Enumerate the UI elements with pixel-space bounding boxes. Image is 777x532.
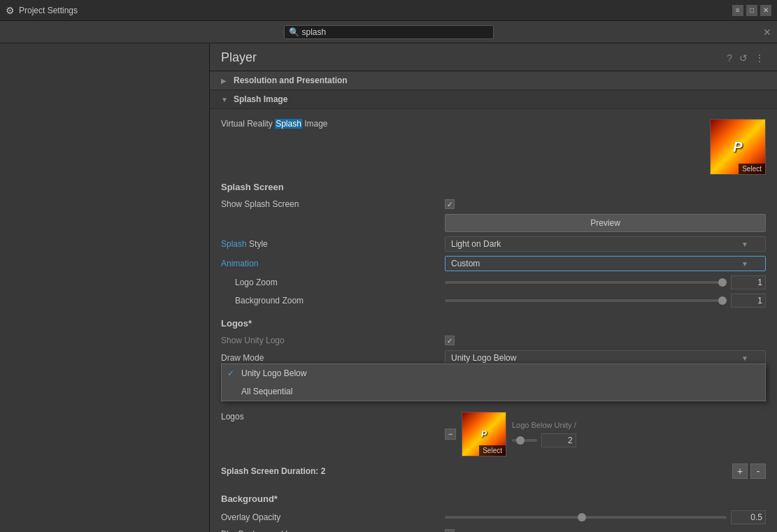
overlay-opacity-slider-row bbox=[445, 510, 766, 524]
splash-duration-row: Splash Screen Duration: 2 + - bbox=[221, 461, 766, 481]
search-input-wrapper: 🔍 bbox=[284, 25, 494, 39]
logos-row: Logos − P Select Logo Below Unity / bbox=[221, 410, 766, 459]
menu-button[interactable]: ≡ bbox=[732, 5, 743, 16]
vr-label-text2: Image bbox=[302, 119, 328, 129]
logos-title: Logos* bbox=[221, 315, 766, 333]
draw-mode-label: Draw Mode bbox=[221, 353, 445, 363]
maximize-button[interactable]: □ bbox=[746, 5, 757, 16]
close-button[interactable]: ✕ bbox=[760, 5, 771, 16]
blur-bg-checkbox[interactable] bbox=[445, 529, 455, 532]
logo-duration-container: Logo Below Unity / bbox=[512, 421, 576, 447]
page-title: Player bbox=[221, 50, 257, 65]
logos-section: Logos* Show Unity Logo Draw Mode Unity L… bbox=[210, 315, 777, 487]
dropdown-item-unity-logo-below-label: Unity Logo Below bbox=[241, 368, 306, 378]
add-logo-button[interactable]: + bbox=[732, 463, 748, 479]
splash-style-row: Splash Style Light on Dark ▼ bbox=[221, 234, 766, 254]
logos-label: Logos bbox=[221, 412, 445, 422]
vr-label-text1: Virtual Reality bbox=[221, 119, 275, 129]
logo-below-text: Logo Below Unity / bbox=[512, 421, 576, 429]
draw-mode-dropdown-menu: Unity Logo Below All Sequential bbox=[221, 364, 766, 401]
background-zoom-row: Background Zoom bbox=[221, 292, 766, 310]
search-input[interactable] bbox=[302, 27, 489, 37]
overlay-opacity-value bbox=[445, 510, 766, 524]
overlay-opacity-thumb[interactable] bbox=[578, 513, 586, 522]
background-zoom-thumb[interactable] bbox=[718, 296, 727, 305]
dropdown-item-unity-logo-below[interactable]: Unity Logo Below bbox=[222, 364, 765, 382]
animation-value: Custom ▼ bbox=[445, 256, 766, 271]
vr-splash-row: Virtual Reality Splash Image P Select bbox=[221, 115, 766, 179]
background-zoom-input[interactable] bbox=[731, 294, 766, 308]
background-section: Background* Overlay Opacity Blur Backgro… bbox=[210, 487, 777, 532]
more-button[interactable]: ⋮ bbox=[753, 51, 766, 65]
animation-label: Animation bbox=[221, 259, 445, 268]
splash-duration-controls: + - bbox=[445, 463, 766, 479]
blur-bg-value bbox=[445, 529, 766, 532]
animation-arrow-icon: ▼ bbox=[741, 260, 748, 268]
search-bar: 🔍 ✕ bbox=[0, 21, 777, 43]
logo-zoom-row: Logo Zoom bbox=[221, 273, 766, 292]
draw-mode-selected: Unity Logo Below bbox=[451, 353, 516, 363]
logo-zoom-thumb[interactable] bbox=[718, 278, 727, 287]
background-title: Background* bbox=[221, 491, 766, 508]
search-close-icon[interactable]: ✕ bbox=[763, 27, 771, 38]
overlay-opacity-label: Overlay Opacity bbox=[221, 512, 445, 522]
overlay-opacity-track bbox=[445, 516, 727, 519]
blur-bg-label: Blur Background Image bbox=[221, 529, 445, 532]
refresh-button[interactable]: ↺ bbox=[738, 51, 749, 65]
splash-style-selected: Light on Dark bbox=[451, 239, 501, 249]
window-title: Project Settings bbox=[19, 6, 728, 15]
logo-zoom-label: Logo Zoom bbox=[221, 278, 445, 287]
logo-duration-input[interactable] bbox=[541, 433, 576, 447]
dropdown-item-all-sequential[interactable]: All Sequential bbox=[222, 382, 765, 401]
draw-mode-row: Draw Mode Unity Logo Below ▼ Unity Logo … bbox=[221, 348, 766, 368]
overlay-opacity-row: Overlay Opacity bbox=[221, 508, 766, 526]
splash-image-section-title: Splash Image bbox=[234, 94, 287, 104]
show-unity-logo-label: Show Unity Logo bbox=[221, 336, 445, 345]
show-unity-logo-checkbox[interactable] bbox=[445, 336, 455, 345]
vr-splash-select-label[interactable]: Select bbox=[739, 164, 765, 174]
remove-logo-button[interactable]: - bbox=[750, 463, 766, 479]
logo-zoom-track bbox=[445, 281, 727, 284]
logo-duration-track bbox=[512, 439, 537, 442]
logo-remove-button[interactable]: − bbox=[445, 429, 456, 440]
splash-image-content: Virtual Reality Splash Image P Select Sp… bbox=[210, 109, 777, 315]
help-button[interactable]: ? bbox=[725, 51, 734, 65]
show-splash-checkbox[interactable] bbox=[445, 199, 455, 209]
window-controls: ≡ □ ✕ bbox=[732, 5, 771, 16]
vr-splash-highlight: Splash bbox=[275, 119, 302, 129]
dropdown-item-all-sequential-label: All Sequential bbox=[241, 387, 292, 396]
main-content: Player ? ↺ ⋮ ▶ Resolution and Presentati… bbox=[210, 43, 777, 532]
logo-duration-label: Logo Below Unity / bbox=[512, 421, 576, 429]
vr-splash-image-select[interactable]: P Select bbox=[710, 119, 766, 175]
show-splash-row: Show Splash Screen bbox=[221, 196, 766, 212]
background-zoom-label: Background Zoom bbox=[221, 296, 445, 305]
logo-duration-slider-row bbox=[512, 433, 576, 447]
logo-zoom-input[interactable] bbox=[731, 275, 766, 289]
splash-style-label: Splash Style bbox=[221, 239, 445, 249]
show-unity-logo-row: Show Unity Logo bbox=[221, 333, 766, 348]
animation-row: Animation Custom ▼ bbox=[221, 254, 766, 273]
settings-icon: ⚙ bbox=[6, 5, 15, 16]
logos-inner-row: − P Select Logo Below Unity / bbox=[445, 412, 576, 456]
animation-dropdown[interactable]: Custom ▼ bbox=[445, 256, 766, 271]
sidebar bbox=[0, 43, 210, 532]
preview-button[interactable]: Preview bbox=[445, 214, 766, 232]
logo-duration-thumb[interactable] bbox=[516, 436, 525, 445]
show-unity-logo-value bbox=[445, 336, 766, 345]
resolution-section-header[interactable]: ▶ Resolution and Presentation bbox=[210, 71, 777, 90]
splash-style-arrow-icon: ▼ bbox=[741, 240, 748, 248]
logo-image-select[interactable]: P Select bbox=[462, 412, 506, 456]
splash-style-value: Light on Dark ▼ bbox=[445, 236, 766, 252]
splash-screen-title: Splash Screen bbox=[221, 179, 766, 196]
splash-style-highlight: Splash bbox=[221, 239, 247, 249]
splash-style-dropdown[interactable]: Light on Dark ▼ bbox=[445, 236, 766, 252]
collapsed-arrow-icon: ▶ bbox=[221, 77, 229, 85]
logo-select-label[interactable]: Select bbox=[479, 445, 506, 456]
splash-style-text: Style bbox=[247, 239, 268, 249]
background-zoom-track bbox=[445, 299, 727, 302]
overlay-opacity-input[interactable] bbox=[731, 510, 766, 524]
player-header-icons: ? ↺ ⋮ bbox=[725, 51, 766, 65]
vr-splash-value: P Select bbox=[445, 119, 766, 175]
preview-button-container: Preview bbox=[445, 214, 766, 232]
splash-image-section-header[interactable]: ▼ Splash Image bbox=[210, 90, 777, 109]
